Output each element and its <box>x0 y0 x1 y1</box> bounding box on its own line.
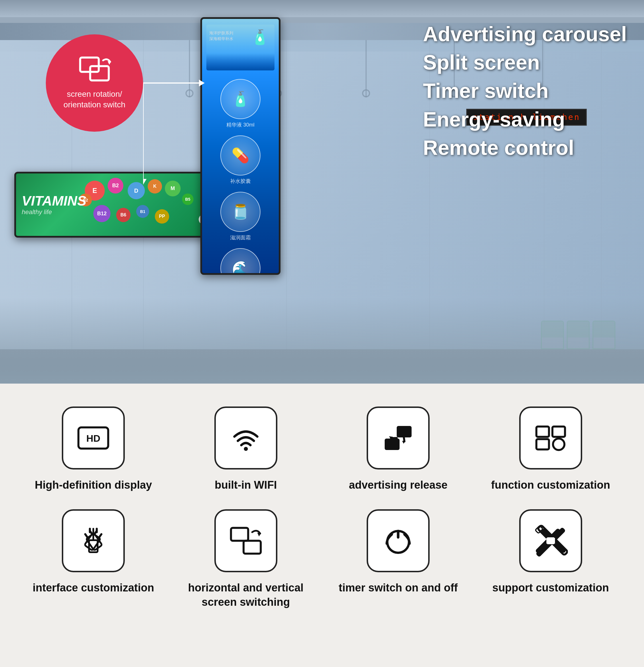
feature-card-advertising: advertising release <box>333 407 463 492</box>
svg-rect-30 <box>244 541 261 554</box>
rotation-icon <box>77 56 112 86</box>
svg-rect-14 <box>536 426 549 437</box>
advertising-label: advertising release <box>349 478 447 492</box>
feature-card-rotation: horizontal and vertical screen switching <box>181 509 311 609</box>
feature-split: Split screen <box>423 51 627 74</box>
hero-section: screen rotation/ orientation switch VITA… <box>0 0 644 384</box>
feature-card-support: support customization <box>486 509 616 609</box>
support-icon-box <box>519 509 582 572</box>
interface-icon <box>76 524 111 558</box>
svg-point-9 <box>244 447 248 451</box>
top-scene: 海洋护肤系列深海精华补水 🧴 <box>207 25 275 70</box>
wifi-icon-box <box>214 407 277 470</box>
hd-label: High-definition display <box>35 478 152 492</box>
advertising-icon <box>381 421 415 455</box>
svg-line-27 <box>95 531 97 535</box>
feature-energy: Energy-saving <box>423 108 627 131</box>
cosmetic-item-1: 🧴 精华液 30ml <box>220 79 261 128</box>
svg-marker-2 <box>108 61 111 65</box>
cosmetic-item-4: 🌊 海洋系列 <box>220 248 261 275</box>
svg-text:HD: HD <box>86 433 100 444</box>
svg-rect-29 <box>231 528 248 541</box>
function-icon <box>533 421 568 455</box>
feature-card-timer: timer switch on and off <box>333 509 463 609</box>
svg-line-24 <box>85 534 88 538</box>
rotation-icon-box <box>214 509 277 572</box>
features-grid: HD High-definition display built-in WIFI <box>29 407 615 609</box>
function-icon-box <box>519 407 582 470</box>
svg-rect-40 <box>547 537 554 544</box>
feature-text-block: Advertising carousel Split screen Timer … <box>423 23 627 165</box>
seats <box>541 321 615 349</box>
arrow-connector <box>143 75 217 187</box>
timer-icon-box <box>367 509 430 572</box>
timer-power-icon <box>381 524 415 558</box>
svg-rect-10 <box>397 426 412 437</box>
function-label: function customization <box>491 478 610 492</box>
feature-card-interface: interface customization <box>29 509 158 609</box>
wifi-label: built-in WIFI <box>215 478 277 492</box>
feature-timer: Timer switch <box>423 80 627 102</box>
vitamins-subtitle: healthy life <box>22 208 86 216</box>
advertising-icon-box <box>367 407 430 470</box>
wifi-icon <box>229 421 263 455</box>
features-section: HD High-definition display built-in WIFI <box>0 384 644 667</box>
cosmetic-item-2: 💊 补水胶囊 <box>220 135 261 185</box>
cosmetic-item-3: 🫙 滋润面霜 <box>220 192 261 241</box>
svg-rect-11 <box>385 439 400 450</box>
interface-label: interface customization <box>33 581 154 595</box>
svg-marker-31 <box>257 533 261 536</box>
support-label: support customization <box>492 581 609 595</box>
svg-marker-4 <box>199 80 205 86</box>
floor <box>0 349 644 384</box>
feature-card-function: function customization <box>486 407 616 492</box>
hd-icon-box: HD <box>62 407 125 470</box>
interface-icon-box <box>62 509 125 572</box>
hd-icon: HD <box>76 421 111 455</box>
feature-card-hd: HD High-definition display <box>29 407 158 492</box>
ceiling-trim <box>0 17 644 23</box>
ceiling-bar <box>0 0 644 17</box>
svg-rect-16 <box>536 439 549 450</box>
rotation-icon-circle: screen rotation/ orientation switch <box>46 34 143 132</box>
timer-label: timer switch on and off <box>338 581 458 595</box>
support-icon <box>533 524 568 558</box>
rotation-screens-icon <box>229 524 263 558</box>
feature-remote: Remote control <box>423 136 627 159</box>
svg-marker-6 <box>143 179 147 185</box>
svg-point-17 <box>553 439 564 450</box>
svg-line-28 <box>99 534 102 538</box>
svg-rect-15 <box>552 426 565 437</box>
rotation-label: horizontal and vertical screen switching <box>181 581 311 609</box>
cosmetic-items: 🧴 精华液 30ml 💊 补水胶囊 🫙 滋润面霜 🌊 海洋系列 <box>220 79 261 275</box>
feature-card-wifi: built-in WIFI <box>181 407 311 492</box>
rotation-label: screen rotation/ orientation switch <box>46 89 143 110</box>
vitamins-title: VITAMINS <box>22 194 86 209</box>
feature-advertising: Advertising carousel <box>423 23 627 46</box>
